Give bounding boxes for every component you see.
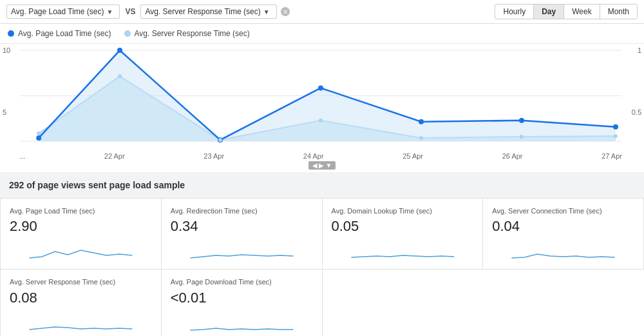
dot-server-1 (118, 74, 122, 78)
metric-card-3: Avg. Server Connection Time (sec) 0.04 (483, 199, 644, 270)
metric-card-5: Avg. Page Download Time (sec) <0.01 (162, 270, 323, 336)
week-button[interactable]: Week (564, 5, 600, 19)
day-button[interactable]: Day (534, 5, 564, 19)
dot-server-5 (520, 135, 524, 139)
legend-label-2: Avg. Server Response Time (sec) (135, 29, 250, 38)
card-5-title: Avg. Page Download Time (sec) (171, 277, 313, 286)
dot-server-2 (218, 138, 222, 142)
legend-item-1: Avg. Page Load Time (sec) (8, 29, 111, 38)
stats-text: 292 of page views sent page load sample (9, 180, 185, 190)
vs-label: VS (125, 7, 135, 16)
card-2-sparkline (332, 239, 474, 262)
dot-server-0 (37, 132, 41, 135)
x-label-4: 25 Apr (402, 152, 423, 160)
metric1-select[interactable]: Avg. Page Load Time (sec) ▼ (6, 5, 120, 19)
x-label-0: ... (19, 152, 25, 160)
chart-legend: Avg. Page Load Time (sec) Avg. Server Re… (0, 24, 644, 43)
card-4-title: Avg. Server Response Time (sec) (10, 277, 152, 286)
dot-pageload-6 (613, 124, 618, 130)
dot-pageload-3 (318, 85, 323, 90)
scroll-indicator-row: ◀ ▶ ▼ (0, 161, 644, 172)
card-3-title: Avg. Server Connection Time (sec) (492, 206, 634, 215)
x-axis: ... 22 Apr 23 Apr 24 Apr 25 Apr 26 Apr 2… (0, 150, 644, 161)
card-3-sparkline (492, 239, 634, 262)
legend-label-1: Avg. Page Load Time (sec) (18, 29, 111, 38)
toolbar: Avg. Page Load Time (sec) ▼ VS Avg. Serv… (0, 0, 644, 24)
card-1-title: Avg. Redirection Time (sec) (171, 206, 313, 215)
time-period-buttons: Hourly Day Week Month (495, 4, 638, 19)
card-2-title: Avg. Domain Lookup Time (sec) (332, 206, 474, 215)
metric2-arrow: ▼ (263, 8, 270, 15)
dot-server-3 (319, 119, 323, 123)
chart-area: 10 5 1 0.5 (0, 43, 644, 172)
dot-pageload-1 (117, 48, 122, 53)
x-label-1: 22 Apr (104, 152, 125, 160)
metric-card-1: Avg. Redirection Time (sec) 0.34 (162, 199, 323, 270)
legend-dot-1 (8, 30, 14, 37)
card-5-sparkline (171, 310, 313, 333)
chart-svg-container (0, 44, 644, 150)
card-0-value: 2.90 (10, 218, 152, 235)
x-label-5: 26 Apr (502, 152, 523, 160)
metric1-arrow: ▼ (107, 8, 113, 15)
legend-item-2: Avg. Server Response Time (sec) (124, 29, 250, 38)
x-label-2: 23 Apr (204, 152, 224, 160)
card-0-sparkline (10, 239, 152, 262)
scroll-indicator-text: ◀ ▶ (312, 162, 325, 169)
metric-card-0: Avg. Page Load Time (sec) 2.90 (1, 199, 162, 270)
metrics-cards-grid: Avg. Page Load Time (sec) 2.90 Avg. Redi… (0, 199, 644, 336)
scroll-indicator-arrow: ▼ (325, 162, 332, 169)
dot-server-4 (419, 136, 423, 140)
metric2-label: Avg. Server Response Time (sec) (145, 7, 260, 16)
card-5-value: <0.01 (171, 290, 313, 306)
metric-card-2: Avg. Domain Lookup Time (sec) 0.05 (323, 199, 484, 270)
dot-server-6 (614, 134, 618, 138)
metric1-label: Avg. Page Load Time (sec) (11, 7, 104, 16)
metric2-select[interactable]: Avg. Server Response Time (sec) ▼ (140, 5, 276, 19)
card-2-value: 0.05 (332, 218, 474, 235)
dot-pageload-0 (36, 135, 41, 141)
card-0-title: Avg. Page Load Time (sec) (10, 206, 152, 215)
card-1-sparkline (171, 239, 313, 262)
x-label-6: 27 Apr (601, 152, 622, 160)
card-4-sparkline (10, 310, 152, 333)
legend-dot-2 (124, 30, 131, 37)
metric-card-4: Avg. Server Response Time (sec) 0.08 (1, 270, 162, 336)
chart-svg (19, 44, 622, 148)
card-3-value: 0.04 (492, 218, 634, 235)
x-label-3: 24 Apr (303, 152, 324, 160)
card-1-value: 0.34 (171, 218, 313, 235)
card-4-value: 0.08 (10, 290, 152, 306)
hourly-button[interactable]: Hourly (495, 5, 534, 19)
dot-pageload-5 (519, 118, 524, 123)
month-button[interactable]: Month (600, 5, 637, 19)
scroll-indicator[interactable]: ◀ ▶ ▼ (308, 161, 336, 170)
dot-pageload-4 (419, 119, 424, 124)
metric2-close-button[interactable]: ✕ (281, 7, 290, 16)
stats-bar: 292 of page views sent page load sample (0, 172, 644, 199)
